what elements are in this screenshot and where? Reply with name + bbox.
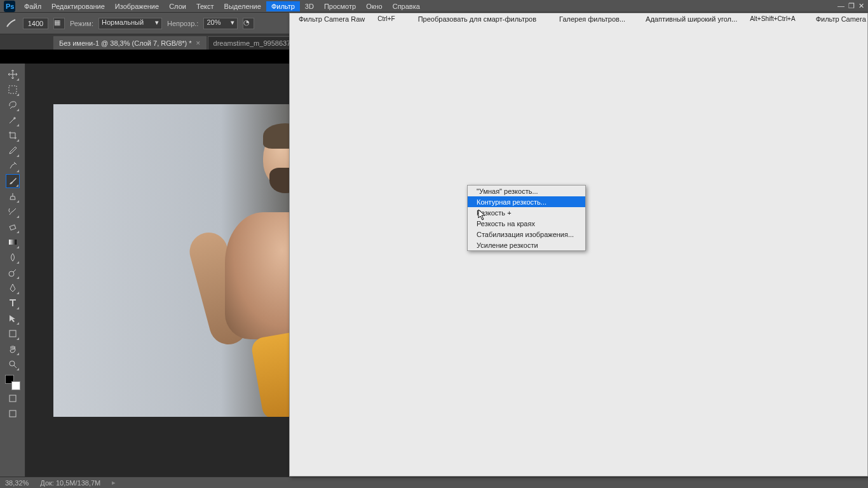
menu-item[interactable]: Усиление резкости: [468, 240, 585, 250]
menu-выделение[interactable]: Выделение: [219, 1, 266, 11]
mode-label: Режим:: [70, 20, 93, 27]
menu-фильтр[interactable]: Фильтр: [266, 1, 300, 11]
svg-text:Ps: Ps: [6, 3, 14, 10]
menu-item[interactable]: Резкость +: [468, 207, 585, 218]
menu-3d[interactable]: 3D: [300, 1, 319, 11]
menu-item[interactable]: Стабилизация изображения...: [468, 229, 585, 240]
brush-tool[interactable]: [6, 174, 20, 188]
crop-tool[interactable]: [6, 128, 20, 142]
menu-справка[interactable]: Справка: [388, 1, 425, 11]
hand-tool[interactable]: [6, 342, 20, 356]
svg-point-7: [10, 361, 15, 366]
menu-текст[interactable]: Текст: [191, 1, 219, 11]
wand-tool[interactable]: [6, 113, 20, 127]
window-restore[interactable]: ❐: [848, 2, 855, 10]
svg-rect-9: [10, 410, 16, 417]
brush-preview-icon[interactable]: [5, 18, 18, 29]
menu-item[interactable]: Адаптивный широкий угол...Alt+Shift+Ctrl…: [637, 13, 807, 24]
path-select-tool[interactable]: [6, 311, 20, 325]
menu-item[interactable]: Преобразовать для смарт-фильтров: [409, 13, 548, 24]
menu-item[interactable]: Фильтр Camera Raw...Shift+Ctrl+A: [807, 13, 868, 24]
lasso-tool[interactable]: [6, 98, 20, 112]
opacity-pressure-icon[interactable]: ◔: [243, 18, 254, 29]
brush-size-input[interactable]: 1400: [23, 18, 48, 29]
menu-просмотр[interactable]: Просмотр: [319, 1, 361, 11]
shape-tool[interactable]: [6, 327, 20, 341]
zoom-tool[interactable]: [6, 357, 20, 371]
menu-изображение[interactable]: Изображение: [110, 1, 164, 11]
status-bar: 38,32% Док: 10,5M/138,7M ▸: [0, 477, 868, 488]
blend-mode-select[interactable]: Нормальный: [98, 18, 162, 29]
menu-item[interactable]: Фильтр Camera RawCtrl+F: [290, 13, 407, 24]
menu-редактирование[interactable]: Редактирование: [46, 1, 110, 11]
sharpen-submenu-dropdown: "Умная" резкость...Контурная резкость...…: [467, 185, 586, 251]
type-tool[interactable]: [6, 296, 20, 310]
screenmode-toggle[interactable]: [6, 407, 20, 421]
tab-close-icon[interactable]: ✕: [196, 40, 201, 46]
stamp-tool[interactable]: [6, 189, 20, 203]
menubar: Ps ФайлРедактированиеИзображениеСлоиТекс…: [0, 0, 868, 13]
marquee-tool[interactable]: [6, 83, 20, 97]
history-brush-tool[interactable]: [6, 205, 20, 219]
healing-tool[interactable]: [6, 159, 20, 173]
tablet-pressure-icon[interactable]: ▦: [53, 18, 65, 29]
app-logo: Ps: [4, 1, 15, 12]
svg-rect-8: [10, 395, 16, 402]
menu-окно[interactable]: Окно: [361, 1, 388, 11]
doc-size-readout[interactable]: Док: 10,5M/138,7M: [40, 479, 100, 487]
quickmask-toggle[interactable]: [6, 391, 20, 405]
fg-bg-color[interactable]: [5, 375, 20, 390]
gradient-tool[interactable]: [6, 235, 20, 249]
eraser-tool[interactable]: [6, 220, 20, 234]
zoom-level[interactable]: 38,32%: [5, 479, 29, 487]
tools-panel: [0, 64, 25, 477]
menu-файл[interactable]: Файл: [19, 1, 46, 11]
blur-tool[interactable]: [6, 250, 20, 264]
svg-rect-3: [10, 225, 16, 230]
window-close[interactable]: ✕: [858, 2, 864, 10]
svg-rect-4: [9, 240, 17, 245]
menu-item[interactable]: Резкость на краях: [468, 218, 585, 229]
eyedropper-tool[interactable]: [6, 144, 20, 158]
opacity-select[interactable]: 20%: [203, 18, 238, 29]
menu-item[interactable]: "Умная" резкость...: [468, 186, 585, 196]
menu-item[interactable]: Контурная резкость...: [468, 196, 585, 207]
menu-item[interactable]: Галерея фильтров...: [550, 13, 637, 24]
opacity-label: Непрозр.:: [167, 20, 198, 27]
move-tool[interactable]: [6, 67, 20, 81]
pen-tool[interactable]: [6, 281, 20, 295]
svg-point-5: [9, 271, 14, 276]
document-tab[interactable]: Без имени-1 @ 38,3% (Слой 7, RGB/8*) *✕: [53, 36, 207, 50]
dodge-tool[interactable]: [6, 266, 20, 280]
svg-rect-6: [10, 330, 16, 337]
menu-слои[interactable]: Слои: [164, 1, 191, 11]
window-minimize[interactable]: —: [837, 2, 844, 10]
svg-rect-2: [9, 86, 17, 93]
